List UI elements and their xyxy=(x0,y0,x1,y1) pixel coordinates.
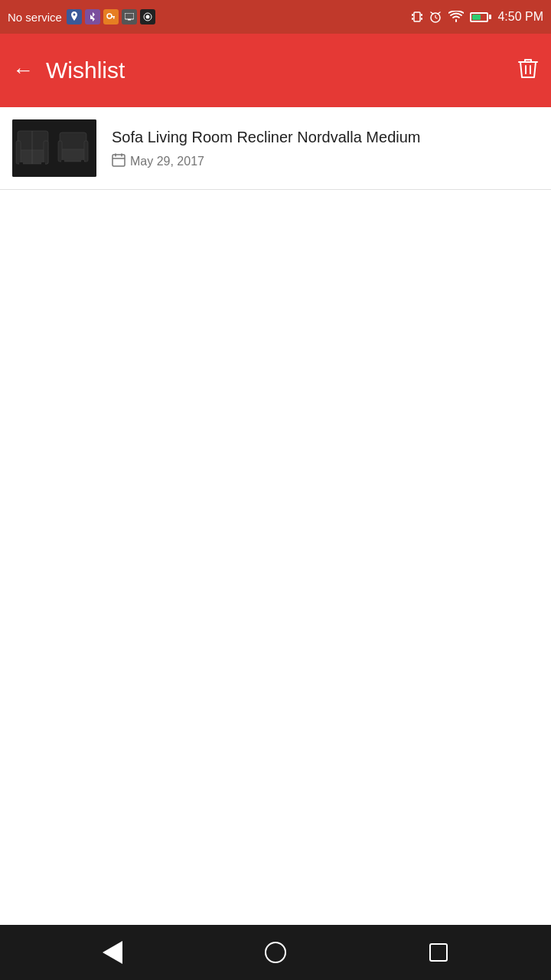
svg-rect-4 xyxy=(128,19,131,21)
svg-rect-1 xyxy=(111,16,115,18)
item-name: Sofa Living Room Recliner Nordvalla Medi… xyxy=(112,127,539,147)
home-nav-icon xyxy=(265,942,286,963)
svg-rect-8 xyxy=(412,14,413,16)
svg-rect-11 xyxy=(421,18,422,20)
page-title: Wishlist xyxy=(46,57,125,83)
key-icon xyxy=(103,9,119,24)
recents-nav-button[interactable] xyxy=(419,933,458,972)
status-bar: No service xyxy=(0,0,551,34)
wifi-icon xyxy=(448,11,464,23)
item-thumbnail xyxy=(12,119,96,177)
content-area: Sofa Living Room Recliner Nordvalla Medi… xyxy=(0,107,551,925)
no-service-text: No service xyxy=(8,11,62,24)
app-bar: ← Wishlist xyxy=(0,34,551,107)
app-bar-left: ← Wishlist xyxy=(12,57,125,83)
status-right: 4:50 PM xyxy=(412,10,543,24)
svg-rect-23 xyxy=(60,149,86,162)
svg-rect-16 xyxy=(16,141,21,164)
back-button[interactable]: ← xyxy=(12,60,34,81)
vibrate-icon xyxy=(412,10,422,24)
back-nav-icon xyxy=(103,941,122,964)
location-icon xyxy=(67,9,82,24)
sofa-image xyxy=(12,119,96,177)
svg-rect-10 xyxy=(412,18,413,20)
bluetooth-icon xyxy=(85,9,100,24)
calendar-icon xyxy=(112,153,126,170)
svg-rect-27 xyxy=(81,160,84,165)
screen-icon xyxy=(122,9,137,24)
item-date-text: May 29, 2017 xyxy=(130,155,204,168)
status-icons-left xyxy=(67,9,155,24)
battery-icon xyxy=(470,12,491,22)
wishlist-item[interactable]: Sofa Living Room Recliner Nordvalla Medi… xyxy=(0,107,551,190)
delete-button[interactable] xyxy=(517,57,539,85)
item-date: May 29, 2017 xyxy=(112,153,539,170)
svg-rect-25 xyxy=(84,141,88,162)
status-left: No service xyxy=(8,9,155,24)
svg-rect-26 xyxy=(61,160,64,165)
alarm-icon xyxy=(429,10,442,24)
home-nav-button[interactable] xyxy=(256,933,295,972)
svg-rect-24 xyxy=(58,141,62,162)
status-time: 4:50 PM xyxy=(497,10,543,24)
svg-rect-22 xyxy=(60,132,86,152)
svg-rect-28 xyxy=(112,155,125,166)
svg-rect-7 xyxy=(414,12,420,21)
svg-rect-18 xyxy=(19,162,23,168)
svg-rect-2 xyxy=(113,18,115,19)
svg-rect-9 xyxy=(421,14,422,16)
back-nav-button[interactable] xyxy=(93,933,132,972)
svg-rect-19 xyxy=(41,162,45,168)
bottom-nav-bar xyxy=(0,925,551,980)
svg-rect-17 xyxy=(44,141,48,164)
recents-nav-icon xyxy=(429,943,448,962)
svg-rect-3 xyxy=(125,13,134,19)
svg-point-6 xyxy=(145,15,149,19)
photo-icon xyxy=(140,9,155,24)
item-details: Sofa Living Room Recliner Nordvalla Medi… xyxy=(112,127,539,170)
